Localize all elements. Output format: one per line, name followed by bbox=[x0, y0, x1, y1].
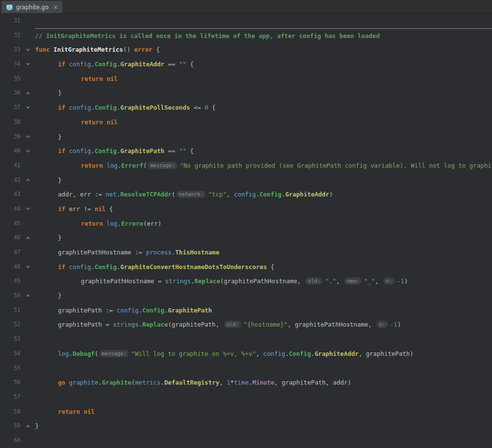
code-line[interactable]: if config.Config.GraphiteConvertHostname… bbox=[35, 260, 492, 274]
code-editor[interactable]: 3132// InitGraphiteMetrics is called onc… bbox=[0, 14, 492, 448]
code-line[interactable]: graphitePathHostname := process.ThisHost… bbox=[35, 245, 492, 260]
code-line[interactable]: } bbox=[35, 130, 492, 144]
line-number[interactable]: 37 bbox=[0, 100, 20, 115]
code-line[interactable]: if config.Config.GraphiteAddr == "" { bbox=[35, 57, 492, 72]
line-number[interactable]: 56 bbox=[0, 375, 20, 390]
line-number[interactable]: 40 bbox=[0, 144, 20, 158]
code-line[interactable]: return nil bbox=[35, 115, 492, 130]
code-line[interactable]: if config.Config.GraphitePollSeconds <= … bbox=[35, 100, 492, 115]
code-token: Config bbox=[95, 147, 116, 155]
line-number[interactable]: 59 bbox=[0, 419, 20, 433]
tab-graphite-go[interactable]: graphite.go × bbox=[1, 1, 62, 13]
line-number[interactable]: 32 bbox=[0, 28, 20, 43]
code-line[interactable]: } bbox=[35, 289, 492, 303]
fold-icon-up[interactable] bbox=[20, 231, 35, 245]
line-number[interactable]: 54 bbox=[0, 347, 20, 361]
code-line[interactable]: } bbox=[35, 419, 492, 433]
code-token: func bbox=[35, 46, 54, 53]
code-line[interactable]: if config.Config.GraphitePath == "" { bbox=[35, 144, 492, 158]
code-line[interactable] bbox=[35, 14, 492, 28]
fold-icon-up[interactable] bbox=[20, 419, 35, 433]
fold-icon-down[interactable] bbox=[20, 100, 35, 115]
fold-icon-down[interactable] bbox=[20, 42, 35, 57]
editor-line-row: 37if config.Config.GraphitePollSeconds <… bbox=[0, 100, 492, 115]
code-line[interactable]: return nil bbox=[35, 405, 492, 419]
line-number[interactable]: 46 bbox=[0, 231, 20, 245]
code-line[interactable]: graphitePath = strings.Replace(graphiteP… bbox=[35, 317, 492, 332]
editor-line-row: 58return nil bbox=[0, 405, 492, 419]
code-token: return nil bbox=[81, 118, 117, 126]
line-number[interactable]: 50 bbox=[0, 289, 20, 303]
fold-icon-down[interactable] bbox=[20, 202, 35, 216]
line-number[interactable]: 36 bbox=[0, 86, 20, 100]
code-line[interactable] bbox=[35, 390, 492, 405]
fold-gutter bbox=[20, 158, 35, 173]
code-token: . bbox=[116, 191, 120, 198]
fold-icon-up[interactable] bbox=[20, 173, 35, 188]
fold-icon-down[interactable] bbox=[20, 57, 35, 72]
line-number[interactable]: 52 bbox=[0, 317, 20, 332]
code-line[interactable]: if err != nil { bbox=[35, 202, 492, 216]
code-line[interactable] bbox=[35, 361, 492, 376]
code-token: metrics bbox=[135, 379, 161, 386]
code-line[interactable]: } bbox=[35, 173, 492, 188]
line-number[interactable]: 39 bbox=[0, 130, 20, 144]
code-token: "." bbox=[325, 277, 336, 285]
code-line[interactable]: } bbox=[35, 231, 492, 245]
line-number[interactable]: 53 bbox=[0, 332, 20, 347]
code-token: GraphitePollSeconds bbox=[120, 104, 190, 111]
line-number[interactable]: 31 bbox=[0, 14, 20, 28]
code-line[interactable]: return log.Errore(err) bbox=[35, 216, 492, 231]
code-token: DefaultRegistry bbox=[164, 379, 219, 386]
fold-icon-up[interactable] bbox=[20, 289, 35, 303]
code-line[interactable]: } bbox=[35, 86, 492, 100]
line-number[interactable]: 43 bbox=[0, 187, 20, 202]
line-number[interactable]: 42 bbox=[0, 173, 20, 188]
code-line[interactable]: go graphite.Graphite(metrics.DefaultRegi… bbox=[35, 375, 492, 390]
inlay-parameter-hint: network: bbox=[176, 191, 206, 198]
fold-icon-up[interactable] bbox=[20, 130, 35, 144]
fold-gutter bbox=[20, 317, 35, 332]
line-number[interactable]: 44 bbox=[0, 202, 20, 216]
code-token: . bbox=[139, 321, 143, 328]
code-line[interactable]: addr, err := net.ResolveTCPAddr(network:… bbox=[35, 187, 492, 202]
line-number[interactable]: 35 bbox=[0, 72, 20, 86]
line-number[interactable]: 45 bbox=[0, 216, 20, 231]
line-number[interactable]: 38 bbox=[0, 115, 20, 130]
code-line[interactable]: graphitePathHostname = strings.Replace(g… bbox=[35, 274, 492, 289]
tab-close-icon[interactable]: × bbox=[53, 4, 58, 10]
fold-icon-down[interactable] bbox=[20, 144, 35, 158]
code-token: error bbox=[134, 46, 152, 53]
line-number[interactable]: 49 bbox=[0, 274, 20, 289]
code-token: config bbox=[263, 350, 285, 357]
editor-line-row: 35return nil bbox=[0, 72, 492, 86]
line-number[interactable]: 57 bbox=[0, 390, 20, 405]
code-token: nil bbox=[95, 205, 106, 213]
code-line[interactable]: // InitGraphiteMetrics is called once in… bbox=[35, 28, 492, 43]
line-number[interactable]: 47 bbox=[0, 245, 20, 260]
line-number[interactable]: 58 bbox=[0, 405, 20, 419]
code-token: , bbox=[336, 277, 343, 285]
code-line[interactable]: return nil bbox=[35, 72, 492, 86]
line-number[interactable]: 41 bbox=[0, 158, 20, 173]
line-number[interactable]: 48 bbox=[0, 260, 20, 274]
code-line[interactable]: func InitGraphiteMetrics() error { bbox=[35, 42, 492, 57]
line-number[interactable]: 33 bbox=[0, 42, 20, 57]
editor-line-row: 55 bbox=[0, 361, 492, 376]
line-number[interactable]: 51 bbox=[0, 303, 20, 318]
code-line[interactable]: graphitePath := config.Config.GraphitePa… bbox=[35, 303, 492, 318]
code-line[interactable] bbox=[35, 433, 492, 448]
code-line[interactable] bbox=[35, 332, 492, 347]
code-token: if bbox=[58, 147, 69, 155]
line-number[interactable]: 60 bbox=[0, 433, 20, 448]
code-line[interactable]: return log.Errorf(message:"No graphite p… bbox=[35, 158, 492, 173]
fold-icon-down[interactable] bbox=[20, 260, 35, 274]
code-token: . bbox=[117, 220, 121, 227]
editor-line-row: 49graphitePathHostname = strings.Replace… bbox=[0, 274, 492, 289]
fold-icon-up[interactable] bbox=[20, 86, 35, 100]
editor-line-row: 43addr, err := net.ResolveTCPAddr(networ… bbox=[0, 187, 492, 202]
line-number[interactable]: 34 bbox=[0, 57, 20, 72]
code-token: . bbox=[139, 307, 143, 314]
code-line[interactable]: log.Debugf(message:"Will log to graphite… bbox=[35, 347, 492, 361]
line-number[interactable]: 55 bbox=[0, 361, 20, 376]
